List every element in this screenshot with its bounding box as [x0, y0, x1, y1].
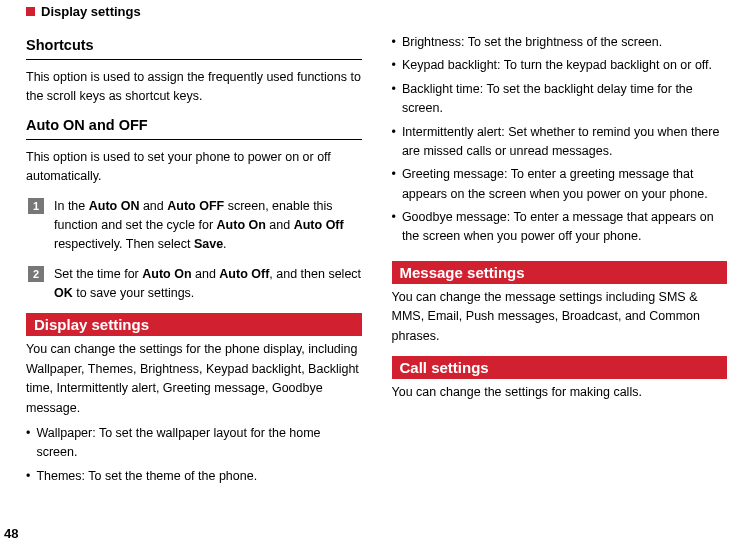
step-number-icon: 1 [28, 198, 44, 214]
shortcuts-heading: Shortcuts [26, 37, 362, 53]
step-1: 1 In the Auto ON and Auto OFF screen, en… [26, 197, 362, 255]
bullet-icon: • [392, 80, 396, 119]
message-settings-text: You can change the message settings incl… [392, 288, 728, 346]
step-1-text: In the Auto ON and Auto OFF screen, enab… [54, 197, 362, 255]
bullet-brightness: •Brightness: To set the brightness of th… [392, 33, 728, 52]
bullet-themes: •Themes: To set the theme of the phone. [26, 467, 362, 486]
auto-on-off-text: This option is used to set your phone to… [26, 148, 362, 187]
header-title: Display settings [41, 4, 141, 19]
bullet-icon: • [26, 467, 30, 486]
divider [26, 139, 362, 140]
message-settings-banner: Message settings [392, 261, 728, 284]
bullet-goodbye-message: •Goodbye message: To enter a message tha… [392, 208, 728, 247]
divider [26, 59, 362, 60]
bullet-icon: • [26, 424, 30, 463]
display-settings-banner: Display settings [26, 313, 362, 336]
bullet-icon: • [392, 56, 396, 75]
step-number-icon: 2 [28, 266, 44, 282]
shortcuts-text: This option is used to assign the freque… [26, 68, 362, 107]
bullet-icon: • [392, 208, 396, 247]
bullet-icon: • [392, 165, 396, 204]
bullet-intermittently-alert: •Intermittently alert: Set whether to re… [392, 123, 728, 162]
auto-on-off-heading: Auto ON and OFF [26, 117, 362, 133]
call-settings-text: You can change the settings for making c… [392, 383, 728, 402]
bullet-wallpaper: •Wallpaper: To set the wallpaper layout … [26, 424, 362, 463]
header-square-icon [26, 7, 35, 16]
bullet-keypad-backlight: •Keypad backlight: To turn the keypad ba… [392, 56, 728, 75]
bullet-icon: • [392, 123, 396, 162]
bullet-backlight-time: •Backlight time: To set the backlight de… [392, 80, 728, 119]
content-columns: Shortcuts This option is used to assign … [26, 33, 727, 503]
step-2-text: Set the time for Auto On and Auto Off, a… [54, 265, 362, 304]
page-number: 48 [4, 526, 18, 541]
call-settings-banner: Call settings [392, 356, 728, 379]
bullet-greeting-message: •Greeting message: To enter a greeting m… [392, 165, 728, 204]
bullet-icon: • [392, 33, 396, 52]
display-settings-intro: You can change the settings for the phon… [26, 340, 362, 418]
step-2: 2 Set the time for Auto On and Auto Off,… [26, 265, 362, 304]
page-header: Display settings [26, 4, 727, 19]
